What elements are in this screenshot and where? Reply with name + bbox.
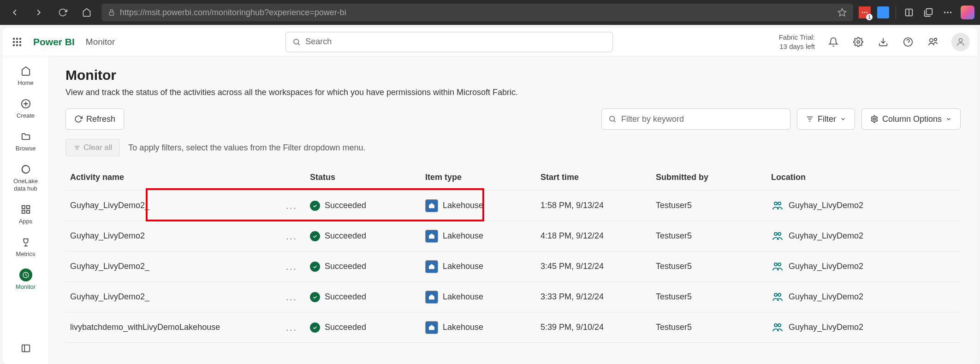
cell-status: Succeeded: [310, 322, 425, 333]
sidebar-item-label: Monitor: [16, 283, 36, 290]
avatar[interactable]: [951, 33, 970, 51]
sidebar-item-label: Browse: [16, 145, 36, 152]
more-icon[interactable]: [941, 6, 954, 19]
svg-point-45: [774, 324, 777, 327]
svg-point-43: [774, 293, 777, 296]
browser-home-button[interactable]: [77, 3, 96, 22]
table-row[interactable]: Guyhay_LivyDemo2_...SucceededLakehouse3:…: [65, 251, 961, 282]
filter-hint-text: To apply filters, select the values from…: [128, 143, 365, 153]
svg-line-29: [614, 120, 615, 122]
svg-point-46: [778, 324, 781, 327]
cell-start-time: 4:18 PM, 9/12/24: [540, 231, 656, 241]
filter-button[interactable]: Filter: [797, 108, 855, 130]
cell-activity[interactable]: livybatchdemo_withLivyDemoLakehouse...: [70, 322, 310, 334]
col-start-time[interactable]: Start time: [540, 173, 656, 182]
lakehouse-icon: [425, 230, 438, 243]
divider: [896, 6, 896, 19]
table-row[interactable]: Guyhay_LivyDemo2_...SucceededLakehouse1:…: [65, 191, 961, 221]
cell-start-time: 1:58 PM, 9/13/24: [540, 201, 656, 210]
workspace-icon: [771, 291, 784, 304]
svg-point-33: [873, 118, 876, 120]
search-input[interactable]: Search: [285, 32, 613, 52]
extension-blue-icon[interactable]: [877, 6, 889, 18]
svg-point-40: [778, 233, 781, 235]
cell-start-time: 3:45 PM, 9/12/24: [540, 262, 656, 271]
cell-submitted-by: Testuser5: [656, 292, 771, 302]
notifications-icon[interactable]: [827, 36, 840, 48]
cell-activity[interactable]: Guyhay_LivyDemo2_...: [70, 200, 310, 212]
breadcrumb[interactable]: Monitor: [86, 37, 115, 47]
settings-icon[interactable]: [852, 36, 865, 48]
sidebar-item-metrics[interactable]: Metrics: [7, 232, 44, 261]
cell-item-type: Lakehouse: [425, 321, 540, 334]
sidebar-item-onelake[interactable]: OneLake data hub: [7, 159, 44, 196]
copilot-icon[interactable]: [961, 6, 974, 19]
column-options-button[interactable]: Column Options: [861, 108, 961, 130]
svg-rect-0: [109, 12, 113, 15]
filter-keyword-input[interactable]: Filter by keyword: [601, 108, 790, 130]
more-icon[interactable]: ...: [286, 291, 297, 303]
app-launcher-icon[interactable]: [10, 35, 24, 49]
cell-location[interactable]: Guyhay_LivyDemo2: [771, 230, 909, 243]
extension-red-icon[interactable]: ⋯: [859, 6, 871, 18]
cell-activity[interactable]: Guyhay_LivyDemo2...: [70, 230, 310, 242]
cell-activity[interactable]: Guyhay_LivyDemo2_...: [70, 291, 310, 303]
cell-location[interactable]: Guyhay_LivyDemo2: [771, 199, 909, 212]
folder-icon: [19, 130, 32, 143]
more-icon[interactable]: ...: [286, 322, 297, 334]
clear-all-button[interactable]: Clear all: [65, 139, 120, 156]
cell-activity[interactable]: Guyhay_LivyDemo2_...: [70, 261, 310, 273]
svg-rect-21: [22, 206, 24, 209]
cell-location[interactable]: Guyhay_LivyDemo2: [771, 321, 909, 334]
sidebar-item-apps[interactable]: Apps: [7, 199, 44, 228]
brand-label[interactable]: Power BI: [33, 36, 75, 48]
cell-location[interactable]: Guyhay_LivyDemo2: [771, 291, 909, 304]
trial-status[interactable]: Fabric Trial: 13 days left: [779, 33, 815, 51]
cell-item-type: Lakehouse: [425, 199, 540, 212]
star-icon[interactable]: [837, 8, 847, 17]
browser-url-bar[interactable]: https://msit.powerbi.com/monitoringhub?e…: [101, 4, 853, 21]
feedback-icon[interactable]: [927, 36, 939, 48]
table-row[interactable]: Guyhay_LivyDemo2_...SucceededLakehouse3:…: [65, 282, 961, 312]
browser-back-button[interactable]: [6, 3, 24, 22]
table-row[interactable]: Guyhay_LivyDemo2...SucceededLakehouse4:1…: [65, 221, 961, 251]
cell-submitted-by: Testuser5: [656, 262, 771, 271]
sidebar-item-create[interactable]: Create: [7, 94, 44, 123]
col-activity[interactable]: Activity name: [70, 173, 310, 182]
svg-point-14: [930, 38, 933, 42]
filter-icon: [806, 115, 814, 123]
col-status[interactable]: Status: [310, 173, 425, 182]
workspace-icon: [771, 260, 784, 273]
svg-rect-4: [926, 9, 932, 15]
collections-icon[interactable]: [903, 6, 915, 19]
cell-start-time: 3:33 PM, 9/12/24: [540, 292, 656, 302]
clear-icon: [73, 144, 81, 151]
browser-refresh-button[interactable]: [53, 3, 72, 22]
sidebar-item-label: Create: [17, 112, 35, 119]
refresh-button[interactable]: Refresh: [65, 108, 124, 130]
sidebar-item-workspaces[interactable]: [7, 338, 44, 358]
sidebar-item-home[interactable]: Home: [7, 61, 44, 90]
chevron-down-icon: [945, 116, 952, 122]
sidebar-item-browse[interactable]: Browse: [7, 126, 44, 155]
more-icon[interactable]: ...: [286, 230, 297, 242]
success-icon: [310, 262, 320, 272]
table-row[interactable]: livybatchdemo_withLivyDemoLakehouse...Su…: [65, 312, 961, 343]
gear-icon: [870, 115, 879, 123]
lakehouse-icon: [425, 291, 438, 304]
more-icon[interactable]: ...: [286, 200, 297, 212]
cell-start-time: 5:39 PM, 9/10/24: [540, 322, 656, 332]
lakehouse-icon: [425, 260, 438, 273]
col-location[interactable]: Location: [771, 173, 909, 182]
col-item-type[interactable]: Item type: [425, 173, 540, 182]
download-icon[interactable]: [877, 36, 890, 48]
help-icon[interactable]: [902, 36, 915, 48]
svg-point-15: [934, 38, 937, 41]
col-submitted-by[interactable]: Submitted by: [656, 173, 771, 182]
cell-status: Succeeded: [310, 201, 425, 211]
more-icon[interactable]: ...: [286, 261, 297, 273]
tabs-icon[interactable]: [922, 6, 935, 19]
sidebar-item-monitor[interactable]: Monitor: [7, 265, 44, 294]
browser-forward-button[interactable]: [30, 3, 48, 22]
cell-location[interactable]: Guyhay_LivyDemo2: [771, 260, 909, 273]
